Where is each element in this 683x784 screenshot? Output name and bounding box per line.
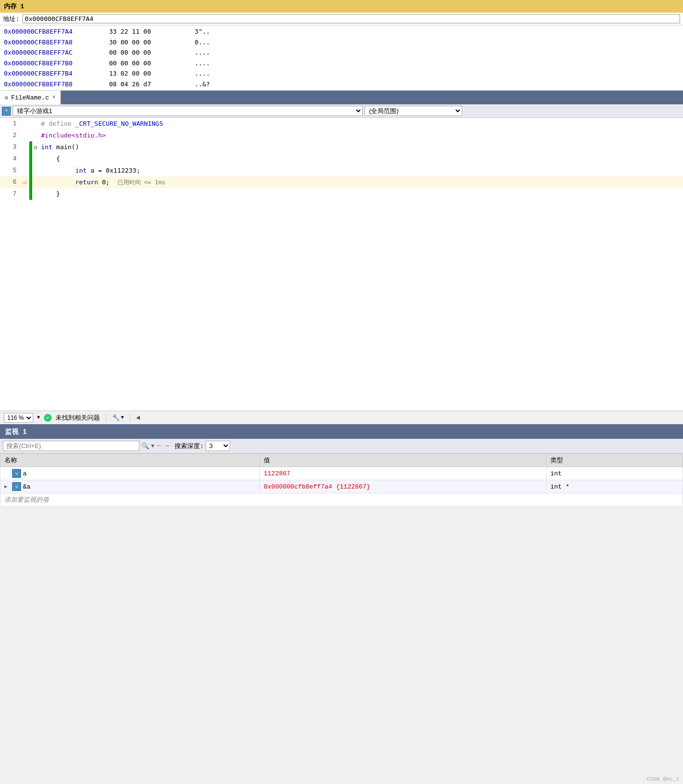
- current-line-arrow-icon: ⇒: [22, 177, 27, 188]
- watch-panel: 监视 1 🔍 ▼ ← → 搜索深度: 3 名称 值 类型 Va1122867in: [0, 424, 683, 507]
- memory-row-ascii: 3"..: [179, 27, 210, 37]
- wrench-dropdown[interactable]: ▼: [121, 415, 124, 420]
- memory-row: 0x000000CFB8EFF7B4 13 02 00 00 ....: [0, 68, 683, 79]
- memory-row-addr: 0x000000CFB8EFF7B8: [4, 79, 101, 89]
- line-number-3: 3: [0, 141, 20, 153]
- collapse-icon-1: [32, 118, 39, 130]
- expand-button[interactable]: ▶: [4, 484, 10, 490]
- code-line-7: 7 }: [0, 188, 683, 200]
- watch-title: 监视 1: [0, 425, 683, 439]
- tab-pin-icon: ⊞: [5, 95, 8, 101]
- collapse-icon-2: [32, 130, 39, 141]
- memory-row-addr: 0x000000CFB8EFF7A8: [4, 38, 101, 47]
- editor-toolbar-func: + 猜字小游戏1: [2, 106, 363, 116]
- col-value: 值: [260, 454, 546, 467]
- memory-row-ascii: ..&?: [179, 79, 210, 89]
- tab-label: FileName.c: [11, 94, 49, 101]
- svg-text:V: V: [16, 472, 18, 475]
- watch-nav-back[interactable]: ←: [156, 442, 162, 450]
- depth-label: 搜索深度:: [175, 442, 204, 451]
- depth-select[interactable]: 3: [206, 441, 230, 451]
- code-content-line-7[interactable]: }: [39, 188, 683, 200]
- var-name-label: a: [23, 470, 27, 477]
- memory-rows: 0x000000CFB8EFF7A4 33 22 11 00 3"..0x000…: [0, 25, 683, 90]
- collapse-icon-4: [32, 153, 39, 165]
- memory-address-input[interactable]: [22, 14, 680, 23]
- func-icon: +: [2, 107, 11, 116]
- watch-value-cell: 0x000000cfb8eff7a4 {1122867}: [260, 480, 546, 493]
- zoom-dropdown-icon[interactable]: ▼: [37, 415, 40, 420]
- watch-table-header: 名称 值 类型: [0, 454, 683, 467]
- var-a: a = 0x112233;: [87, 167, 140, 174]
- editor-toolbar: + 猜字小游戏1 (全局范围): [0, 104, 683, 118]
- var-icon: V: [12, 469, 21, 478]
- return-val: 0;: [98, 178, 109, 186]
- code-line-3: 3⊟int main(): [0, 141, 683, 153]
- scope-select[interactable]: (全局范围): [365, 106, 462, 116]
- return-keyword: return: [75, 178, 98, 186]
- memory-row-bytes: 13 02 00 00: [101, 69, 179, 78]
- watch-search-button[interactable]: 🔍: [141, 442, 149, 450]
- line-number-4: 4: [0, 153, 20, 165]
- add-watch-label[interactable]: 添加要监视的项: [0, 493, 683, 507]
- brace-close: }: [41, 190, 60, 197]
- memory-row-ascii: ....: [179, 59, 210, 68]
- memory-row-bytes: 00 00 00 00: [101, 48, 179, 58]
- scroll-left-button[interactable]: ◄: [136, 414, 140, 422]
- func-name: main(): [52, 143, 79, 151]
- memory-row-addr: 0x000000CFB8EFF7B4: [4, 69, 101, 78]
- zoom-select[interactable]: 116 %: [4, 413, 33, 423]
- line-number-6: 6: [0, 176, 20, 188]
- watch-name-cell: ▶V&a: [0, 480, 260, 493]
- editor-tab-filename[interactable]: ⊞ FileName.c ×: [0, 91, 61, 104]
- code-line-5: 5 int a = 0x112233;: [0, 165, 683, 176]
- collapse-icon-3[interactable]: ⊟: [32, 141, 39, 153]
- add-watch-row[interactable]: 添加要监视的项: [0, 493, 683, 507]
- include-path: <stdio.h>: [72, 132, 106, 139]
- status-divider2: [130, 413, 130, 422]
- watch-search-input[interactable]: [3, 441, 139, 451]
- code-line-2: 2#include<stdio.h>: [0, 130, 683, 141]
- code-line-6: 6⇒ return 0; 已用时间 <= 1ms: [0, 176, 683, 188]
- brace-open: {: [41, 155, 60, 162]
- var-icon: V: [12, 482, 21, 491]
- memory-row-addr: 0x000000CFB8EFF7B0: [4, 59, 101, 68]
- wrench-button[interactable]: 🔧 ▼: [112, 414, 124, 422]
- wrench-icon: 🔧: [112, 414, 120, 422]
- code-lines-container: 1# define _CRT_SECURE_NO_WARNINGS2#inclu…: [0, 118, 683, 411]
- tab-close-icon[interactable]: ×: [52, 94, 56, 101]
- func-select[interactable]: 猜字小游戏1: [13, 106, 363, 116]
- code-content-line-1[interactable]: # define _CRT_SECURE_NO_WARNINGS: [39, 118, 683, 130]
- line-arrow-3: [20, 141, 29, 153]
- memory-row-bytes: 30 00 00 00: [101, 38, 179, 47]
- csdn-watermark: CSDN @mc_1: [647, 776, 679, 782]
- search-dropdown-btn[interactable]: ▼: [151, 443, 155, 449]
- collapse-icon-7: [32, 188, 39, 200]
- collapse-icon-6: [32, 176, 39, 188]
- watch-toolbar: 🔍 ▼ ← → 搜索深度: 3: [0, 439, 683, 453]
- code-content-line-6[interactable]: return 0; 已用时间 <= 1ms: [39, 176, 683, 188]
- preproc-name: _CRT_SECURE_NO_WARNINGS: [75, 120, 163, 127]
- col-type: 类型: [546, 454, 683, 467]
- watch-type-cell: int: [546, 467, 683, 480]
- memory-row-ascii: ....: [179, 48, 210, 58]
- code-content-line-4[interactable]: {: [39, 153, 683, 165]
- watch-nav-forward[interactable]: →: [164, 442, 170, 450]
- memory-address-label: 地址:: [3, 15, 20, 23]
- code-content-line-2[interactable]: #include<stdio.h>: [39, 130, 683, 141]
- code-line-1: 1# define _CRT_SECURE_NO_WARNINGS: [0, 118, 683, 130]
- code-line-4: 4 {: [0, 153, 683, 165]
- code-content-line-3[interactable]: int main(): [39, 141, 683, 153]
- int-keyword: int: [41, 143, 52, 151]
- memory-row: 0x000000CFB8EFF7B0 00 00 00 00 ....: [0, 58, 683, 69]
- status-bar: 116 % ▼ ✓ 未找到相关问题 🔧 ▼ ◄: [0, 411, 683, 424]
- indent: [41, 167, 75, 174]
- code-content-line-5[interactable]: int a = 0x112233;: [39, 165, 683, 176]
- line-number-7: 7: [0, 188, 20, 200]
- line-number-5: 5: [0, 165, 20, 176]
- memory-row-addr: 0x000000CFB8EFF7AC: [4, 48, 101, 58]
- preproc-hash: # define: [41, 120, 75, 127]
- watch-name-cell: Va: [0, 467, 260, 480]
- timing-hint: 已用时间 <= 1ms: [117, 179, 166, 186]
- collapse-icon-5: [32, 165, 39, 176]
